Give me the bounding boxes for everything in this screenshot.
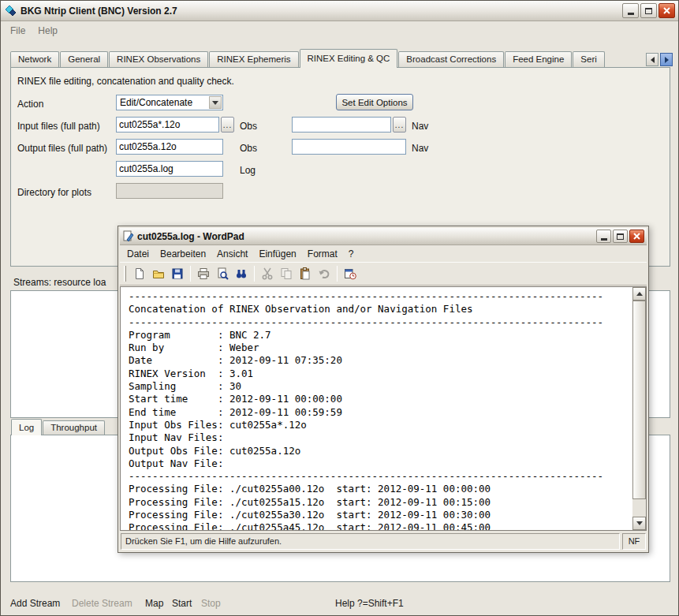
toolbar-grip[interactable]	[124, 266, 126, 282]
new-document-icon	[133, 267, 146, 280]
close-button[interactable]	[658, 3, 675, 18]
print-button[interactable]	[194, 264, 213, 283]
scrollbar-thumb[interactable]	[632, 301, 646, 499]
tab-network[interactable]: Network	[10, 51, 59, 67]
menu-help[interactable]: Help	[32, 24, 64, 38]
menu-ansicht[interactable]: Ansicht	[211, 247, 253, 261]
tab-serial[interactable]: Seri	[573, 51, 604, 67]
log-line: Input Obs Files: cut0255a*.12o	[129, 419, 632, 431]
wordpad-title: cut0255a.log - WordPad	[137, 231, 596, 242]
paste-icon	[299, 267, 312, 280]
maximize-icon	[617, 233, 624, 240]
bnc-app-icon	[4, 5, 17, 17]
output-obs-field[interactable]	[116, 139, 223, 155]
find-icon	[235, 267, 248, 280]
output-nav-suffix-label: Nav	[412, 143, 428, 154]
menu-bearbeiten[interactable]: Bearbeiten	[155, 247, 211, 261]
save-button[interactable]	[168, 264, 187, 283]
menu-format[interactable]: Format	[302, 247, 343, 261]
copy-button[interactable]	[277, 264, 296, 283]
log-line: Processing File: ./cut0255a00.12o start:…	[129, 483, 632, 495]
tab-rinex-editing-qc[interactable]: RINEX Editing & QC	[300, 49, 398, 68]
wordpad-titlebar: cut0255a.log - WordPad	[120, 228, 647, 245]
tab-throughput[interactable]: Throughput	[43, 420, 105, 435]
tab-rinex-observations[interactable]: RINEX Observations	[109, 51, 208, 67]
log-suffix-label: Log	[240, 165, 256, 176]
open-folder-button[interactable]	[149, 264, 168, 283]
input-obs-field[interactable]	[116, 117, 219, 133]
log-line: ----------------------------------------…	[129, 316, 632, 329]
tab-scroll-left-button[interactable]	[646, 53, 658, 66]
tab-scroll-buttons	[646, 53, 673, 66]
plots-dir-field[interactable]	[116, 183, 223, 199]
scroll-up-button[interactable]	[632, 287, 646, 301]
set-edit-options-button[interactable]: Set Edit Options	[336, 94, 413, 110]
insert-datetime-icon	[344, 267, 356, 280]
wordpad-minimize-button[interactable]	[596, 230, 611, 243]
paste-button[interactable]	[296, 264, 315, 283]
cut-icon	[261, 267, 274, 280]
chevron-down-icon	[636, 521, 643, 525]
close-icon	[663, 7, 670, 14]
tab-general[interactable]: General	[60, 51, 108, 67]
help-shortcut-label[interactable]: Help ?=Shift+F1	[335, 598, 404, 609]
print-preview-icon	[216, 267, 229, 280]
plots-dir-label: Directory for plots	[17, 187, 91, 198]
menu-hilfe[interactable]: ?	[343, 247, 360, 261]
minimize-button[interactable]	[622, 3, 639, 18]
input-files-label: Input files (full path)	[17, 121, 100, 132]
menu-datei[interactable]: Datei	[121, 247, 155, 261]
log-line: Input Nav Files:	[129, 431, 632, 444]
bnc-main-window: BKG Ntrip Client (BNC) Version 2.7 File …	[0, 0, 679, 616]
find-button[interactable]	[232, 264, 251, 283]
delete-stream-button[interactable]: Delete Stream	[72, 598, 132, 609]
panel-description: RINEX file editing, concatenation and qu…	[17, 76, 234, 87]
add-stream-button[interactable]: Add Stream	[10, 598, 60, 609]
tab-broadcast-corrections[interactable]: Broadcast Corrections	[398, 51, 504, 67]
tab-feed-engine[interactable]: Feed Engine	[505, 51, 572, 67]
menu-file[interactable]: File	[4, 24, 32, 38]
tab-log[interactable]: Log	[11, 419, 42, 435]
streams-label: Streams: resource loa	[13, 277, 106, 288]
tab-scroll-right-button[interactable]	[660, 53, 673, 66]
cut-button[interactable]	[258, 264, 277, 283]
undo-button[interactable]	[315, 264, 334, 283]
wordpad-app-icon	[122, 230, 134, 242]
input-nav-field[interactable]	[292, 117, 391, 133]
undo-icon	[318, 267, 330, 280]
wordpad-document-text[interactable]: ----------------------------------------…	[121, 287, 632, 530]
wordpad-document-area[interactable]: ----------------------------------------…	[120, 286, 647, 531]
print-preview-button[interactable]	[213, 264, 232, 283]
maximize-button[interactable]	[640, 3, 657, 18]
combo-dropdown-button[interactable]	[209, 96, 222, 109]
tab-rinex-ephemeris[interactable]: RINEX Ephemeris	[209, 51, 298, 67]
log-file-field[interactable]	[116, 161, 223, 177]
main-menubar: File Help	[1, 22, 64, 39]
toolbar-separator	[254, 266, 255, 282]
chevron-down-icon	[212, 101, 218, 105]
status-nf-indicator: NF	[622, 533, 646, 550]
wordpad-close-button[interactable]	[629, 230, 644, 243]
output-nav-field[interactable]	[292, 139, 406, 155]
menu-einfuegen[interactable]: Einfügen	[253, 247, 301, 261]
new-document-button[interactable]	[130, 264, 149, 283]
vertical-scrollbar[interactable]	[632, 287, 646, 530]
wordpad-window: cut0255a.log - WordPad Datei Bearbeiten …	[118, 226, 649, 553]
browse-input-nav-button[interactable]: ...	[393, 117, 406, 133]
wordpad-maximize-button[interactable]	[613, 230, 628, 243]
scroll-down-button[interactable]	[632, 517, 646, 530]
output-obs-suffix-label: Obs	[240, 143, 257, 154]
close-icon	[633, 233, 640, 240]
action-combobox[interactable]: Edit/Concatenate	[116, 95, 223, 110]
map-button[interactable]: Map	[145, 598, 163, 609]
start-button[interactable]: Start	[172, 598, 192, 609]
insert-datetime-button[interactable]	[341, 264, 360, 283]
action-label: Action	[17, 99, 43, 110]
log-line: Program : BNC 2.7	[129, 329, 632, 342]
window-title: BKG Ntrip Client (BNC) Version 2.7	[21, 6, 622, 17]
browse-input-obs-button[interactable]: ...	[221, 117, 234, 133]
log-tabbar: Log Throughput	[11, 419, 106, 435]
minimize-icon	[601, 238, 607, 241]
open-folder-icon	[152, 267, 165, 280]
stop-button[interactable]: Stop	[201, 598, 221, 609]
